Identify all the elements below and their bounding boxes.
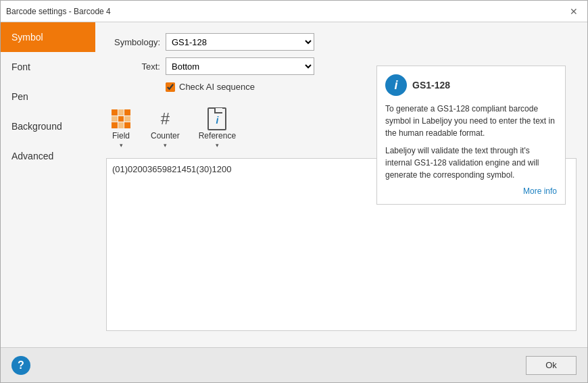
content-area: Symbol Font Pen Background Advanced Symb <box>1 22 587 347</box>
sidebar-item-advanced[interactable]: Advanced <box>1 141 95 171</box>
field-icon <box>110 108 132 130</box>
window-title: Barcode settings - Barcode 4 <box>6 7 111 16</box>
info-paragraph2: Labeljoy will validate the text through … <box>385 145 557 181</box>
check-ai-label[interactable]: Check AI sequence <box>179 82 255 92</box>
sidebar-item-pen[interactable]: Pen <box>1 82 95 111</box>
title-bar: Barcode settings - Barcode 4 ✕ <box>1 1 587 22</box>
reference-label: Reference <box>199 131 236 141</box>
bottom-bar: ? Ok <box>1 347 587 382</box>
info-header: i GS1-128 <box>385 74 557 96</box>
close-button[interactable]: ✕ <box>566 3 582 20</box>
check-ai-checkbox[interactable] <box>166 82 175 92</box>
sidebar-item-background[interactable]: Background <box>1 111 95 141</box>
reference-button[interactable]: i Reference ▾ <box>195 105 240 151</box>
text-select[interactable]: Bottom Top None <box>166 57 314 75</box>
info-paragraph1: To generate a GS1-128 compliant barcode … <box>385 103 557 139</box>
reference-arrow: ▾ <box>216 142 219 149</box>
help-button[interactable]: ? <box>11 356 30 375</box>
reference-icon: i <box>207 107 226 130</box>
info-icon: i <box>385 74 407 96</box>
main-panel: Symbology: GS1-128 Text: Bottom Top None <box>95 22 587 347</box>
counter-icon: # <box>154 108 176 130</box>
sidebar: Symbol Font Pen Background Advanced <box>1 22 95 347</box>
more-info-link[interactable]: More info <box>385 186 557 196</box>
counter-label: Counter <box>151 131 180 141</box>
ok-button[interactable]: Ok <box>526 356 577 375</box>
sidebar-item-font[interactable]: Font <box>1 52 95 82</box>
info-title: GS1-128 <box>412 80 450 91</box>
reference-icon-wrapper: i <box>206 108 228 130</box>
sidebar-item-symbol[interactable]: Symbol <box>1 22 95 52</box>
symbology-label: Symbology: <box>106 37 160 47</box>
info-box: i GS1-128 To generate a GS1-128 complian… <box>376 66 566 205</box>
counter-button[interactable]: # Counter ▾ <box>147 105 184 151</box>
text-label: Text: <box>106 61 160 72</box>
symbology-row: Symbology: GS1-128 <box>106 33 577 51</box>
main-content: Symbology: GS1-128 Text: Bottom Top None <box>106 33 577 336</box>
field-button[interactable]: Field ▾ <box>106 105 136 151</box>
window: Barcode settings - Barcode 4 ✕ Symbol Fo… <box>0 0 588 383</box>
field-label: Field <box>112 131 130 141</box>
field-arrow: ▾ <box>120 142 123 149</box>
symbology-select[interactable]: GS1-128 <box>166 33 314 51</box>
counter-arrow: ▾ <box>164 142 167 149</box>
